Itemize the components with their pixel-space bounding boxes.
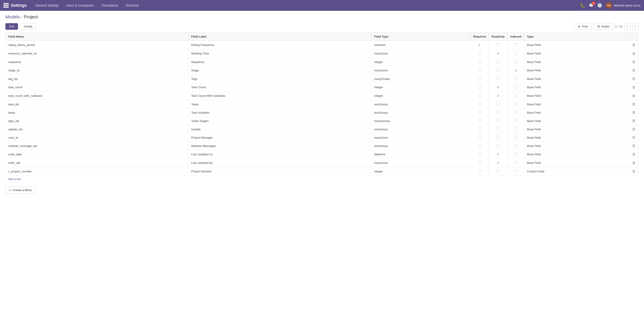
chat-icon[interactable]: 💬 5 xyxy=(589,3,594,8)
checkbox-empty xyxy=(478,161,481,164)
cell-type: Base Field xyxy=(524,58,629,66)
action-button[interactable]: ⚙ Action xyxy=(594,23,613,30)
cell-field-type: integer xyxy=(371,83,470,92)
delete-icon[interactable]: 🗑 xyxy=(632,127,636,131)
breadcrumb-parent[interactable]: Models xyxy=(6,15,20,20)
user-menu[interactable]: MA Mitchell Admin (crm) xyxy=(606,2,640,9)
bug-icon[interactable]: 🐛 xyxy=(580,3,585,8)
delete-icon[interactable]: 🗑 xyxy=(632,169,636,173)
cell-field-name: write_uid xyxy=(6,159,188,167)
delete-icon[interactable]: 🗑 xyxy=(632,94,636,98)
nav-technical[interactable]: Technical xyxy=(122,2,142,9)
cell-required xyxy=(470,92,488,100)
nav-general-settings[interactable]: General Settings xyxy=(32,2,62,9)
cell-delete[interactable]: 🗑 xyxy=(630,159,638,167)
cell-indexed xyxy=(508,142,524,150)
pagination-next[interactable]: › xyxy=(632,24,638,30)
col-indexed: Indexed xyxy=(508,33,524,41)
print-button[interactable]: 🖨 Print xyxy=(574,23,592,30)
pagination-prev[interactable]: ‹ xyxy=(624,24,630,30)
cell-indexed xyxy=(508,41,524,49)
cell-type: Base Field xyxy=(524,83,629,92)
cell-delete[interactable]: 🗑 xyxy=(630,167,638,176)
cell-delete[interactable]: 🗑 xyxy=(630,142,638,150)
cell-indexed xyxy=(508,150,524,159)
checkbox-empty xyxy=(478,111,481,114)
create-button[interactable]: Create xyxy=(20,23,36,30)
cell-required xyxy=(470,125,488,133)
cell-field-label: Working Time xyxy=(188,49,371,58)
cell-delete[interactable]: 🗑 xyxy=(630,117,638,125)
cell-required xyxy=(470,66,488,75)
cell-delete[interactable]: 🗑 xyxy=(630,58,638,66)
print-icon: 🖨 xyxy=(578,25,580,28)
cell-delete[interactable]: 🗑 xyxy=(630,125,638,133)
brand[interactable]: Settings xyxy=(4,3,27,8)
cell-field-type: integer xyxy=(371,167,470,176)
cell-required xyxy=(470,167,488,176)
create-menu-button[interactable]: ≡ Create a Menu xyxy=(6,187,36,194)
table-row: resource_calendar_id Working Time many2o… xyxy=(6,49,638,58)
delete-icon[interactable]: 🗑 xyxy=(632,43,636,47)
delete-icon[interactable]: 🗑 xyxy=(632,77,636,81)
cell-delete[interactable]: 🗑 xyxy=(630,49,638,58)
checkbox-empty xyxy=(478,144,481,147)
cell-field-type: one2many xyxy=(371,125,470,133)
table-row: task_ids Tasks one2many Base Field 🗑 xyxy=(6,100,638,109)
delete-icon[interactable]: 🗑 xyxy=(632,60,636,64)
brand-title: Settings xyxy=(11,3,27,8)
delete-icon[interactable]: 🗑 xyxy=(632,52,636,55)
cell-field-name: tasks xyxy=(6,109,188,117)
clock-icon[interactable]: 🕐 xyxy=(597,3,602,8)
cell-delete[interactable]: 🗑 xyxy=(630,83,638,92)
cell-type: Base Field xyxy=(524,150,629,159)
checkbox-empty xyxy=(496,43,500,46)
cell-readonly: ✓ xyxy=(489,83,508,92)
table-row: write_uid Last Updated by many2one ✓ Bas… xyxy=(6,159,638,167)
cell-delete[interactable]: 🗑 xyxy=(630,41,638,49)
checkbox-empty xyxy=(514,60,517,63)
cell-type: Base Field xyxy=(524,92,629,100)
delete-icon[interactable]: 🗑 xyxy=(632,111,636,114)
cell-indexed xyxy=(508,100,524,109)
cell-field-label: Stage xyxy=(188,66,371,75)
table-row: task_count Task Count integer ✓ Base Fie… xyxy=(6,83,638,92)
delete-icon[interactable]: 🗑 xyxy=(632,161,636,165)
delete-icon[interactable]: 🗑 xyxy=(632,119,636,123)
add-line-button[interactable]: Add a line xyxy=(6,176,26,183)
cell-delete[interactable]: 🗑 xyxy=(630,92,638,100)
checkbox-empty xyxy=(496,68,500,72)
delete-icon[interactable]: 🗑 xyxy=(632,144,636,148)
edit-button[interactable]: Edit xyxy=(6,23,18,30)
cell-readonly xyxy=(489,66,508,75)
checkbox-empty xyxy=(478,68,481,72)
delete-icon[interactable]: 🗑 xyxy=(632,136,636,139)
cell-field-type: one2many xyxy=(371,142,470,150)
cell-field-name: user_id xyxy=(6,133,188,142)
nav-translations[interactable]: Translations xyxy=(98,2,122,9)
cell-delete[interactable]: 🗑 xyxy=(630,150,638,159)
nav-users-companies[interactable]: Users & Companies xyxy=(63,2,97,9)
menu-icon: ≡ xyxy=(9,188,11,192)
cell-delete[interactable]: 🗑 xyxy=(630,133,638,142)
cell-delete[interactable]: 🗑 xyxy=(630,109,638,117)
delete-icon[interactable]: 🗑 xyxy=(632,85,636,89)
cell-type: Custom Field xyxy=(524,167,629,176)
checkbox-empty xyxy=(514,119,517,122)
cell-field-name: write_date xyxy=(6,150,188,159)
cell-type: Base Field xyxy=(524,49,629,58)
cell-delete[interactable]: 🗑 xyxy=(630,75,638,83)
checkbox-empty xyxy=(514,144,517,147)
cell-delete[interactable]: 🗑 xyxy=(630,66,638,75)
grid-icon xyxy=(4,3,8,8)
cell-field-name: type_ids xyxy=(6,117,188,125)
delete-icon[interactable]: 🗑 xyxy=(632,102,636,106)
cell-field-label: Sequence xyxy=(188,58,371,66)
cell-required xyxy=(470,133,488,142)
cell-required xyxy=(470,117,488,125)
delete-icon[interactable]: 🗑 xyxy=(632,152,636,156)
cell-delete[interactable]: 🗑 xyxy=(630,100,638,109)
cell-readonly xyxy=(489,58,508,66)
delete-icon[interactable]: 🗑 xyxy=(632,68,636,72)
user-name: Mitchell Admin (crm) xyxy=(614,4,640,7)
